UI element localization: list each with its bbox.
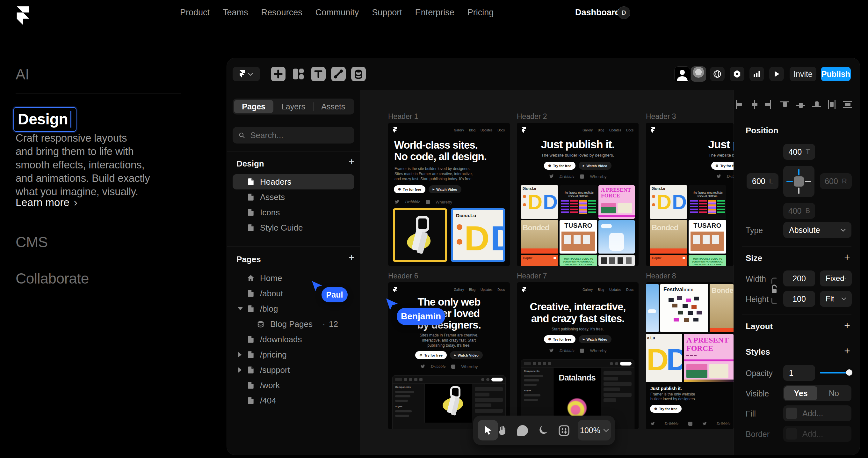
align-center-vertical-icon[interactable]: [796, 99, 806, 109]
sidebar-item-assets[interactable]: Assets: [232, 190, 354, 205]
sidebar-item-style-guide[interactable]: Style Guide: [232, 220, 354, 235]
visible-yes-option[interactable]: Yes: [784, 386, 817, 400]
try-free-button[interactable]: ⊕Try for free: [394, 185, 425, 193]
section-ai[interactable]: AI: [16, 66, 29, 83]
position-bottom-field[interactable]: 400B: [783, 203, 815, 219]
record-icon[interactable]: [730, 67, 744, 81]
frame-header-3[interactable]: Just publish it. The website builder lov…: [646, 123, 734, 266]
comment-tool-button[interactable]: [517, 425, 528, 436]
try-free-button[interactable]: ⊕Try for free: [711, 162, 734, 170]
frame-label[interactable]: Header 3: [646, 112, 676, 121]
align-right-icon[interactable]: [763, 99, 773, 109]
editor-canvas[interactable]: Header 1 Header 2 Header 3 GalleryBlog U…: [360, 90, 734, 455]
dashboard-avatar-badge[interactable]: D: [618, 6, 630, 19]
watch-video-button[interactable]: ▸Watch Video: [579, 335, 612, 343]
nav-support[interactable]: Support: [372, 8, 402, 18]
frame-header-8[interactable]: Festivalmmi Bonded a.Lu D D A PRESENTFOR…: [646, 282, 734, 429]
globe-preview-icon[interactable]: [710, 67, 724, 81]
frame-header-7[interactable]: GalleryBlog UpdatesDocs Creative, intera…: [517, 282, 639, 429]
sidebar-item-support[interactable]: /support: [232, 362, 354, 378]
nav-enterprise[interactable]: Enterprise: [415, 8, 455, 18]
tab-pages[interactable]: Pages: [234, 100, 273, 113]
nav-pricing[interactable]: Pricing: [467, 8, 494, 18]
dark-mode-button[interactable]: [537, 425, 549, 436]
insert-tool-icon[interactable]: [271, 67, 285, 81]
fill-add-control[interactable]: Add...: [783, 405, 851, 421]
fill-swatch[interactable]: [786, 408, 797, 419]
align-bottom-icon[interactable]: [812, 99, 822, 109]
sidebar-item-home[interactable]: Home: [232, 270, 354, 286]
try-free-button[interactable]: ⊕Try for free: [650, 405, 682, 413]
anchor-center-handle[interactable]: [794, 176, 804, 187]
editor-menu-button[interactable]: [232, 67, 260, 81]
expand-caret-icon[interactable]: [238, 352, 242, 357]
learn-more-link[interactable]: Learn more›: [16, 196, 78, 208]
select-tool-button[interactable]: [478, 420, 498, 440]
anchor-left-tick[interactable]: [786, 181, 793, 182]
expand-caret-icon[interactable]: [238, 367, 242, 373]
dashboard-link[interactable]: Dashboard: [575, 8, 620, 18]
search-field[interactable]: [232, 127, 354, 144]
preview-play-icon[interactable]: [769, 67, 784, 81]
width-field[interactable]: 200: [783, 270, 815, 286]
align-top-icon[interactable]: [780, 99, 789, 109]
text-tool-icon[interactable]: [311, 67, 326, 81]
analytics-icon[interactable]: [749, 67, 764, 81]
sidebar-item-downloads[interactable]: /downloads: [232, 332, 354, 347]
width-unit-dropdown[interactable]: Fixed: [820, 270, 852, 286]
try-free-button[interactable]: ⊕Try for free: [544, 335, 576, 343]
slider-knob[interactable]: [846, 369, 852, 376]
nav-product[interactable]: Product: [180, 8, 210, 18]
vector-tool-icon[interactable]: [331, 67, 346, 81]
anchor-right-tick[interactable]: [805, 181, 811, 182]
add-style-button[interactable]: +: [844, 345, 850, 357]
position-anchor-pad[interactable]: [783, 166, 814, 197]
collapse-caret-icon[interactable]: [238, 307, 243, 310]
frame-label[interactable]: Header 1: [388, 112, 418, 121]
position-left-field[interactable]: 600L: [747, 173, 778, 189]
frame-header-6[interactable]: GalleryBlog UpdatesDocs The only webbuil…: [388, 282, 510, 429]
sidebar-item-work[interactable]: /work: [232, 378, 354, 393]
section-design-active[interactable]: Design: [13, 107, 76, 132]
height-unit-dropdown[interactable]: Fit: [820, 291, 852, 307]
sidebar-item-pricing[interactable]: /pricing: [232, 347, 354, 362]
border-swatch[interactable]: [786, 428, 797, 439]
frame-header-1[interactable]: GalleryBlog UpdatesDocs World-class site…: [388, 123, 510, 266]
link-dimensions-icon[interactable]: [769, 276, 779, 306]
nav-resources[interactable]: Resources: [261, 8, 302, 18]
apps-grid-button[interactable]: [558, 425, 570, 437]
anchor-top-tick[interactable]: [798, 169, 800, 175]
watch-video-button[interactable]: ▸Watch Video: [579, 162, 612, 170]
position-top-field[interactable]: 400T: [783, 144, 815, 160]
position-right-field[interactable]: 600R: [820, 173, 852, 189]
publish-button[interactable]: Publish: [821, 67, 851, 81]
distribute-horizontal-icon[interactable]: [827, 99, 836, 109]
frame-label[interactable]: Header 2: [517, 112, 547, 121]
add-layout-button[interactable]: +: [844, 320, 850, 332]
add-design-page-button[interactable]: +: [349, 158, 355, 166]
zoom-control[interactable]: 100%: [578, 420, 611, 440]
add-page-button[interactable]: +: [349, 253, 355, 261]
tab-assets[interactable]: Assets: [314, 100, 353, 113]
frame-label[interactable]: Header 6: [388, 272, 418, 280]
distribute-vertical-icon[interactable]: [843, 99, 852, 109]
try-free-button[interactable]: ⊕Try for free: [415, 351, 447, 359]
opacity-slider[interactable]: [820, 372, 852, 373]
visible-no-option[interactable]: No: [817, 386, 850, 400]
framer-logo[interactable]: [17, 6, 29, 25]
section-cms[interactable]: CMS: [16, 233, 48, 251]
anchor-bottom-tick[interactable]: [798, 188, 800, 194]
border-add-control[interactable]: Add...: [783, 426, 851, 442]
tab-layers[interactable]: Layers: [273, 100, 313, 113]
collaborator-avatar-photo[interactable]: [691, 66, 706, 82]
nav-community[interactable]: Community: [315, 8, 359, 18]
invite-button[interactable]: Invite: [789, 67, 816, 81]
frame-label[interactable]: Header 8: [646, 272, 676, 280]
sidebar-item-blog-pages[interactable]: Blog Pages · 12: [232, 316, 354, 332]
search-input[interactable]: [249, 130, 349, 141]
opacity-field[interactable]: 1: [783, 365, 815, 381]
sidebar-item-icons[interactable]: Icons: [232, 205, 354, 220]
sidebar-item-404[interactable]: /404: [232, 393, 354, 408]
cms-tool-icon[interactable]: [351, 67, 366, 81]
sidebar-item-blog[interactable]: /blog: [232, 301, 354, 316]
